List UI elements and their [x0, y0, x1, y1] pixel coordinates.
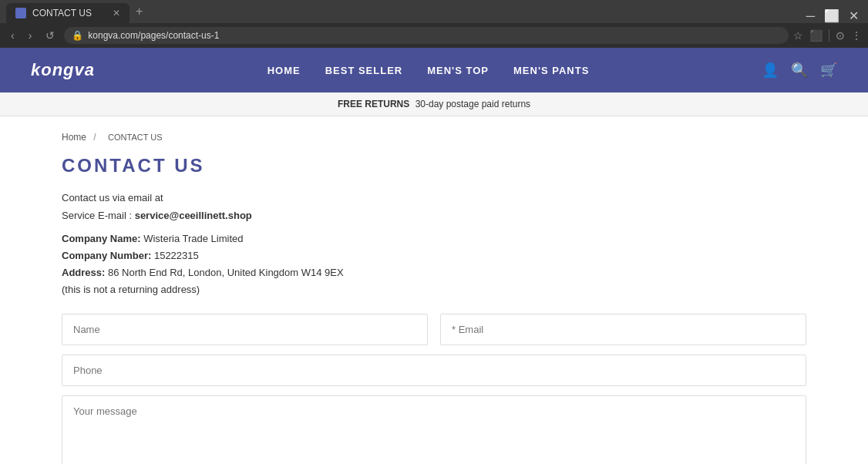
- account-icon[interactable]: 👤: [762, 62, 779, 79]
- company-info: Company Name: Wisteria Trade Limited Com…: [62, 230, 806, 298]
- address-value: 86 North End Rd, London, United Kingdom …: [108, 267, 344, 278]
- breadcrumb-current: CONTACT US: [108, 133, 163, 142]
- tab-title: CONTACT US: [32, 8, 106, 18]
- minimize-button[interactable]: ─: [806, 9, 815, 23]
- contact-form: SEND: [62, 314, 806, 464]
- browser-tab[interactable]: CONTACT US ✕: [6, 3, 130, 23]
- nav-mens-pants[interactable]: MEN'S PANTS: [513, 65, 589, 76]
- service-email-value[interactable]: service@ceeillinett.shop: [135, 210, 252, 221]
- site-logo[interactable]: kongva: [31, 60, 95, 80]
- phone-input[interactable]: [62, 355, 806, 386]
- email-input[interactable]: [440, 314, 806, 345]
- name-input[interactable]: [62, 314, 428, 345]
- breadcrumb-home[interactable]: Home: [62, 132, 86, 143]
- returns-bar: FREE RETURNS 30-day postage paid returns: [0, 92, 868, 116]
- refresh-button[interactable]: ↺: [41, 26, 59, 45]
- tab-bar: CONTACT US ✕ + ─ ⬜ ✕: [0, 0, 868, 23]
- cart-icon[interactable]: 🛒: [820, 62, 837, 79]
- nav-links: HOME BEST SELLER MEN'S TOP MEN'S PANTS: [267, 65, 590, 76]
- browser-toolbar-icons: ☆ ⬛ ⊙ ⋮: [793, 29, 862, 42]
- company-name-label: Company Name:: [62, 233, 141, 244]
- search-icon[interactable]: 🔍: [791, 62, 808, 79]
- contact-intro: Contact us via email at: [62, 192, 806, 203]
- extensions-icon[interactable]: ⬛: [809, 29, 823, 42]
- website: kongva HOME BEST SELLER MEN'S TOP MEN'S …: [0, 48, 868, 464]
- address-bar-row: ‹ › ↺ 🔒 kongva.com/pages/contact-us-1 ☆ …: [0, 23, 868, 48]
- breadcrumb-separator: /: [93, 132, 96, 143]
- forward-button[interactable]: ›: [24, 26, 37, 45]
- address-label: Address:: [62, 267, 105, 278]
- nav-icons: 👤 🔍 🛒: [762, 62, 837, 79]
- page-title: CONTACT US: [62, 155, 806, 177]
- maximize-button[interactable]: ⬜: [824, 8, 839, 23]
- address-line: Address: 86 North End Rd, London, United…: [62, 264, 806, 281]
- service-email-label: Service E-mail :: [62, 210, 132, 221]
- company-name-value: Wisteria Trade Limited: [143, 233, 243, 244]
- address-bar[interactable]: 🔒 kongva.com/pages/contact-us-1: [64, 27, 789, 44]
- menu-icon[interactable]: ⋮: [851, 29, 862, 42]
- form-row-name-email: [62, 314, 806, 345]
- message-textarea[interactable]: [62, 395, 806, 464]
- nav-home[interactable]: HOME: [267, 65, 301, 76]
- service-email-line: Service E-mail : service@ceeillinett.sho…: [62, 210, 806, 221]
- bookmark-icon[interactable]: ☆: [793, 29, 803, 42]
- breadcrumb: Home / CONTACT US: [62, 132, 806, 143]
- url-text: kongva.com/pages/contact-us-1: [88, 30, 781, 41]
- company-number-label: Company Number:: [62, 250, 151, 261]
- new-tab-button[interactable]: +: [130, 0, 149, 23]
- company-number-line: Company Number: 15222315: [62, 247, 806, 264]
- returns-text: 30-day postage paid returns: [415, 99, 530, 109]
- back-button[interactable]: ‹: [6, 26, 19, 45]
- top-navigation: kongva HOME BEST SELLER MEN'S TOP MEN'S …: [0, 48, 868, 92]
- page-content: Home / CONTACT US CONTACT US Contact us …: [0, 116, 868, 464]
- company-number-value: 15222315: [154, 250, 199, 261]
- tab-favicon: [15, 8, 26, 18]
- returns-label: FREE RETURNS: [338, 99, 409, 109]
- nav-mens-top[interactable]: MEN'S TOP: [427, 65, 489, 76]
- nav-best-seller[interactable]: BEST SELLER: [325, 65, 403, 76]
- tab-close-button[interactable]: ✕: [113, 8, 120, 18]
- address-note: (this is not a returning address): [62, 281, 806, 298]
- close-window-button[interactable]: ✕: [849, 8, 859, 23]
- company-name-line: Company Name: Wisteria Trade Limited: [62, 230, 806, 247]
- profile-icon[interactable]: ⊙: [836, 29, 845, 42]
- browser-chrome: CONTACT US ✕ + ─ ⬜ ✕ ‹ › ↺ 🔒 kongva.com/…: [0, 0, 868, 48]
